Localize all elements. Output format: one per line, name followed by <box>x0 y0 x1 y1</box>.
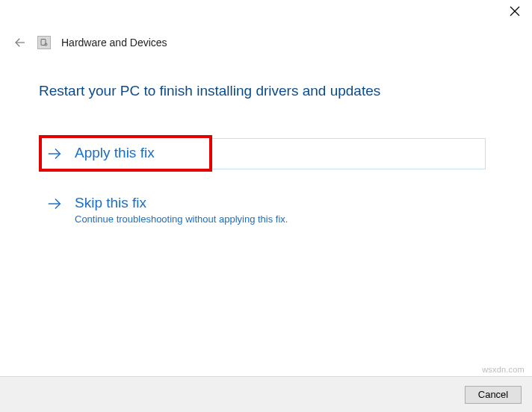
skip-fix-text: Skip this fix Continue troubleshooting w… <box>75 194 288 225</box>
skip-fix-option[interactable]: Skip this fix Continue troubleshooting w… <box>39 185 493 234</box>
skip-fix-title: Skip this fix <box>75 194 288 213</box>
apply-fix-text: Apply this fix <box>75 144 155 163</box>
footer-bar: Cancel <box>0 376 532 412</box>
main-heading: Restart your PC to finish installing dri… <box>39 83 493 99</box>
troubleshooter-title: Hardware and Devices <box>61 37 167 49</box>
cancel-button[interactable]: Cancel <box>465 386 522 404</box>
back-arrow-icon <box>13 36 27 49</box>
close-icon[interactable] <box>510 6 520 16</box>
apply-fix-title: Apply this fix <box>75 144 155 163</box>
arrow-right-icon <box>46 196 63 212</box>
apply-fix-option[interactable]: Apply this fix <box>39 135 212 172</box>
arrow-right-icon <box>46 146 63 162</box>
watermark: wsxdn.com <box>482 365 525 374</box>
titlebar <box>0 0 532 28</box>
breadcrumb-row: Hardware and Devices <box>0 28 532 49</box>
device-icon <box>37 36 51 49</box>
content-area: Restart your PC to finish installing dri… <box>0 49 532 234</box>
skip-fix-subtitle: Continue troubleshooting without applyin… <box>75 213 288 225</box>
